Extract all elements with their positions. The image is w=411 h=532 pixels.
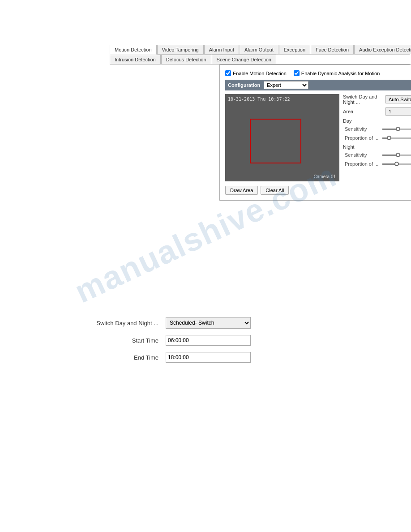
tab-exception[interactable]: Exception	[279, 45, 310, 54]
night-sensitivity-label: Sensitivity	[345, 152, 381, 158]
night-proportion-row: Proportion of ... 46	[345, 160, 411, 167]
enable-dynamic-checkbox[interactable]	[294, 70, 300, 76]
bottom-end-time-row: End Time	[90, 352, 313, 363]
tab-face-detection[interactable]: Face Detection	[311, 45, 354, 54]
area-select[interactable]: 1 2 3 4	[385, 107, 411, 116]
day-section-title: Day	[343, 118, 411, 124]
day-sensitivity-track[interactable]	[382, 129, 411, 130]
area-row: Area 1 2 3 4	[343, 107, 411, 116]
tab-row-2: Intrusion Detection Defocus Detection Sc…	[110, 55, 410, 64]
video-preview: 10-31-2013 Thu 10:37:22 Camera 01	[225, 94, 339, 181]
day-proportion-row: Proportion of ... 22	[345, 134, 411, 142]
page-wrapper: Motion Detection Video Tampering Alarm I…	[0, 45, 411, 532]
enable-motion-label[interactable]: Enable Motion Detection	[225, 70, 287, 76]
enable-dynamic-label[interactable]: Enable Dynamic Analysis for Motion	[294, 70, 380, 76]
bottom-switch-label: Switch Day and Night ...	[90, 320, 166, 326]
switch-day-night-select[interactable]: Auto-Switch Day Night Scheduled- Switch	[385, 95, 411, 103]
night-section-title: Night	[343, 144, 411, 150]
draw-area-button[interactable]: Draw Area	[225, 186, 258, 195]
bottom-section: Switch Day and Night ... Auto-Switch Day…	[90, 317, 313, 363]
settings-panel: Switch Day and Night ... Auto-Switch Day…	[343, 94, 411, 181]
night-proportion-track[interactable]	[382, 163, 411, 165]
day-proportion-track[interactable]	[382, 137, 411, 139]
day-sensitivity-thumb[interactable]	[396, 127, 400, 131]
switch-day-night-row: Switch Day and Night ... Auto-Switch Day…	[343, 94, 411, 105]
tab-alarm-output[interactable]: Alarm Output	[240, 45, 278, 54]
main-panel: Enable Motion Detection Enable Dynamic A…	[219, 64, 411, 201]
bottom-start-time-label: Start Time	[90, 337, 166, 344]
tab-intrusion-detection[interactable]: Intrusion Detection	[110, 55, 161, 64]
bottom-start-time-row: Start Time	[90, 335, 313, 346]
tab-row-1: Motion Detection Video Tampering Alarm I…	[110, 45, 410, 55]
video-timestamp: 10-31-2013 Thu 10:37:22	[228, 97, 290, 102]
video-motion-area	[250, 119, 301, 163]
night-sensitivity-track[interactable]	[382, 154, 411, 156]
day-sensitivity-row: Sensitivity 50	[345, 125, 411, 133]
night-sensitivity-thumb[interactable]	[396, 153, 400, 157]
tab-video-tampering[interactable]: Video Tampering	[157, 45, 204, 54]
configuration-label: Configuration	[228, 82, 260, 88]
checkbox-row: Enable Motion Detection Enable Dynamic A…	[225, 70, 411, 76]
tab-scene-change-detection[interactable]: Scene Change Detection	[212, 55, 276, 64]
day-proportion-label: Proportion of ...	[345, 135, 381, 141]
content-area: 10-31-2013 Thu 10:37:22 Camera 01 Switch…	[225, 94, 411, 181]
tab-defocus-detection[interactable]: Defocus Detection	[161, 55, 211, 64]
video-camera-label: Camera 01	[314, 174, 336, 179]
tabs-section: Motion Detection Video Tampering Alarm I…	[110, 45, 410, 201]
configuration-select[interactable]: Expert Normal	[264, 81, 308, 89]
day-proportion-thumb[interactable]	[387, 136, 391, 140]
enable-motion-checkbox[interactable]	[225, 70, 231, 76]
area-label: Area	[343, 109, 385, 114]
tab-alarm-input[interactable]: Alarm Input	[204, 45, 239, 54]
switch-day-night-label: Switch Day and Night ...	[343, 94, 385, 105]
configuration-row: Configuration Expert Normal	[225, 80, 411, 90]
tab-motion-detection[interactable]: Motion Detection	[110, 45, 157, 55]
night-proportion-thumb[interactable]	[394, 162, 399, 166]
bottom-switch-select[interactable]: Auto-Switch Day Night Scheduled- Switch	[166, 317, 251, 329]
clear-all-button[interactable]: Clear All	[261, 186, 289, 195]
bottom-end-time-input[interactable]	[166, 352, 251, 363]
bottom-switch-row: Switch Day and Night ... Auto-Switch Day…	[90, 317, 313, 329]
day-sensitivity-label: Sensitivity	[345, 126, 381, 132]
bottom-end-time-label: End Time	[90, 354, 166, 361]
night-sensitivity-row: Sensitivity 50	[345, 151, 411, 159]
buttons-row: Draw Area Clear All	[225, 186, 411, 195]
bottom-start-time-input[interactable]	[166, 335, 251, 346]
tab-audio-exception[interactable]: Audio Exception Detection	[354, 45, 411, 54]
night-proportion-label: Proportion of ...	[345, 161, 381, 167]
